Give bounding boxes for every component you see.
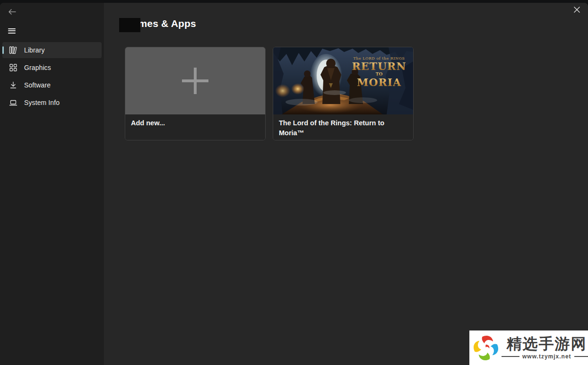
plus-icon — [182, 68, 208, 94]
app-window: Library Graphics — [0, 3, 588, 365]
close-icon — [574, 7, 580, 14]
sidebar-item-system-info[interactable]: System Info — [2, 95, 102, 111]
games-card-grid: Add new... — [125, 47, 414, 140]
watermark-url: www.tzymjx.net — [522, 353, 571, 360]
sidebar-item-label: Library — [24, 46, 45, 54]
sidebar-item-label: System Info — [24, 99, 60, 106]
add-new-thumbnail — [125, 47, 265, 114]
card-label: The Lord of the Rings: Return to Moria™ — [273, 114, 413, 140]
sidebar-item-label: Graphics — [24, 64, 51, 71]
logo-line-return: RETURN — [352, 60, 406, 72]
back-arrow-icon — [8, 9, 16, 17]
card-label: Add new... — [125, 114, 265, 140]
watermark-panel: 精选手游网 www.tzymjx.net — [469, 330, 588, 365]
game-artwork: The LORD of the RINGS RETURN TO MORIA — [273, 47, 413, 114]
dash-right — [574, 356, 588, 357]
grid-icon — [9, 63, 17, 72]
laptop-icon — [9, 98, 17, 107]
sidebar-nav: Library Graphics — [0, 41, 104, 112]
add-new-game-card[interactable]: Add new... — [125, 47, 266, 140]
sidebar-item-software[interactable]: Software — [2, 77, 102, 93]
hamburger-menu-button[interactable] — [4, 24, 20, 38]
library-books-icon — [9, 46, 17, 54]
watermark-site-name: 精选手游网 — [507, 336, 587, 352]
back-button[interactable] — [4, 5, 20, 19]
download-icon — [9, 81, 17, 89]
sidebar: Library Graphics — [0, 3, 104, 365]
selection-indicator — [2, 46, 4, 54]
sidebar-item-graphics[interactable]: Graphics — [2, 60, 102, 76]
game-card-return-to-moria[interactable]: The LORD of the RINGS RETURN TO MORIA Th… — [273, 47, 414, 140]
close-button[interactable] — [570, 4, 583, 17]
watermark-text-block: 精选手游网 www.tzymjx.net — [502, 336, 588, 360]
main-content: Games & Apps Add new... — [104, 3, 588, 365]
redaction-overlay — [119, 18, 140, 32]
logo-line-moria: MORIA — [357, 76, 401, 88]
dash-left — [502, 356, 519, 357]
watermark-pinwheel-logo — [472, 334, 500, 362]
sidebar-item-library[interactable]: Library — [2, 42, 102, 58]
sidebar-item-label: Software — [24, 81, 51, 89]
hamburger-icon — [8, 27, 16, 35]
